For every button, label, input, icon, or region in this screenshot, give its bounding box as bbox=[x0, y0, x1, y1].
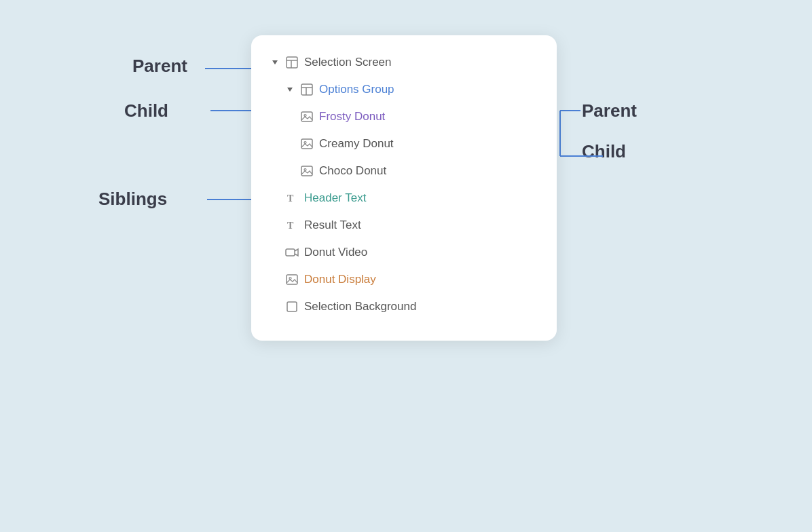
svg-text:T: T bbox=[287, 221, 294, 231]
tree-item-result-text[interactable]: T Result Text bbox=[251, 212, 557, 239]
tree-item-choco-donut[interactable]: Choco Donut bbox=[251, 157, 557, 185]
tree-panel: Selection Screen Options Group bbox=[251, 35, 557, 341]
svg-rect-30 bbox=[287, 302, 297, 311]
layout-icon bbox=[285, 56, 299, 69]
creamy-donut-label: Creamy Donut bbox=[319, 137, 394, 151]
rect-icon bbox=[285, 300, 299, 314]
svg-rect-23 bbox=[301, 166, 312, 176]
tree-item-donut-display[interactable]: Donut Display bbox=[251, 266, 557, 293]
svg-marker-11 bbox=[272, 60, 278, 64]
image-icon-frosty bbox=[300, 110, 314, 124]
svg-text:T: T bbox=[287, 193, 294, 204]
text-icon-result: T bbox=[285, 218, 299, 232]
tree-item-donut-video[interactable]: Donut Video bbox=[251, 239, 557, 266]
donut-display-label: Donut Display bbox=[304, 273, 376, 286]
result-text-label: Result Text bbox=[304, 218, 361, 232]
svg-rect-21 bbox=[301, 139, 312, 149]
tree-item-header-text[interactable]: T Header Text bbox=[251, 185, 557, 212]
annotation-child-right: Child bbox=[582, 141, 626, 162]
selection-screen-label: Selection Screen bbox=[304, 56, 392, 69]
header-text-label: Header Text bbox=[304, 191, 366, 205]
svg-rect-12 bbox=[287, 57, 297, 68]
tree-item-selection-background[interactable]: Selection Background bbox=[251, 293, 557, 320]
donut-video-label: Donut Video bbox=[304, 246, 367, 259]
annotation-siblings-left: Siblings bbox=[98, 189, 167, 210]
tree-item-creamy-donut[interactable]: Creamy Donut bbox=[251, 130, 557, 157]
text-icon-header: T bbox=[285, 191, 299, 205]
svg-rect-16 bbox=[301, 84, 312, 95]
tree-item-selection-screen[interactable]: Selection Screen bbox=[251, 49, 557, 76]
annotation-child-left: Child bbox=[124, 100, 168, 121]
chevron-down-icon bbox=[270, 58, 280, 67]
svg-point-20 bbox=[304, 115, 306, 117]
svg-rect-19 bbox=[301, 112, 312, 121]
choco-donut-label: Choco Donut bbox=[319, 164, 386, 178]
svg-rect-27 bbox=[286, 249, 295, 256]
tree-item-options-group[interactable]: Options Group bbox=[251, 76, 557, 103]
svg-point-24 bbox=[304, 169, 306, 171]
annotation-parent-right: Parent bbox=[582, 100, 637, 121]
svg-marker-15 bbox=[287, 88, 293, 92]
page-wrapper: Parent Child Siblings Parent Child bbox=[0, 0, 812, 532]
selection-background-label: Selection Background bbox=[304, 300, 416, 314]
options-group-label: Options Group bbox=[319, 83, 394, 96]
svg-point-29 bbox=[289, 278, 291, 280]
image-icon-creamy bbox=[300, 137, 314, 151]
layout-icon-2 bbox=[300, 83, 314, 96]
image-icon-choco bbox=[300, 164, 314, 178]
frosty-donut-label: Frosty Donut bbox=[319, 110, 385, 124]
annotation-parent-left: Parent bbox=[132, 56, 187, 77]
chevron-down-icon-2 bbox=[285, 85, 295, 94]
tree-item-frosty-donut[interactable]: Frosty Donut bbox=[251, 103, 557, 130]
image-icon-display bbox=[285, 273, 299, 286]
video-icon bbox=[285, 246, 299, 259]
svg-rect-28 bbox=[287, 275, 297, 284]
svg-point-22 bbox=[304, 142, 306, 144]
